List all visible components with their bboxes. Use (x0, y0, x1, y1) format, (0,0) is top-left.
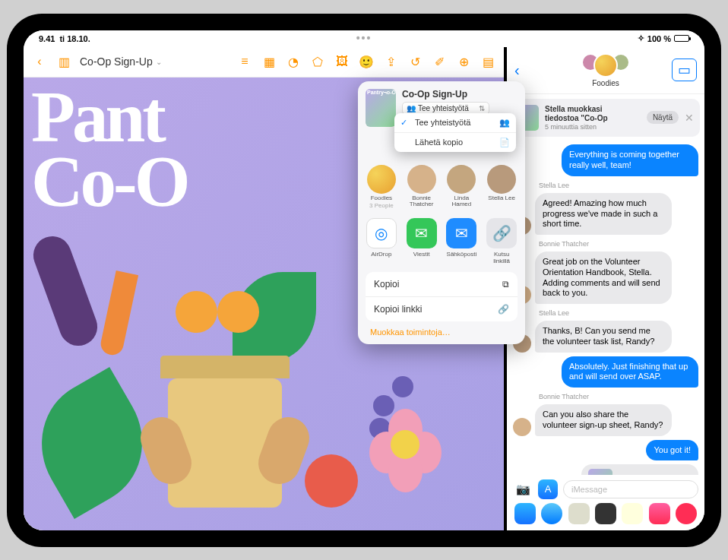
collab-banner[interactable]: Stella muokkasi tiedostoa "Co-Op 5 minuu… (511, 99, 700, 138)
pages-toolbar: ‹ ▥ Co-Op Sign-Up ⌄ ≡ ▦ ◔ ⬠ 🖼 🙂 ⇪ ↺ ✐ ⊕ (24, 47, 504, 78)
more-icon[interactable]: ⊕ (455, 53, 472, 70)
shape-icon[interactable]: ⬠ (309, 53, 326, 70)
messages-app: ‹ Foodies ▭ Stella muokkasi (507, 47, 704, 530)
group-avatar-stack (584, 53, 627, 78)
app-messages[interactable]: ✉ Viestit (406, 218, 438, 264)
avatar (487, 165, 516, 194)
battery-percent: 100 % (647, 34, 671, 43)
undo-history-icon[interactable]: ↺ (407, 53, 423, 70)
share-actions: Kopioi ⧉ Kopioi linkki 🔗 (366, 272, 518, 321)
message-row: Can you also share the volunteer sign-up… (513, 404, 698, 436)
ipad-frame: 9.41 ti 18.10. ••• ✧ 100 % ‹ ▥ Co-Op Sig… (7, 14, 721, 547)
imessage-app-strip (513, 503, 698, 524)
facetime-icon[interactable]: ▭ (672, 59, 697, 81)
edit-actions-link[interactable]: Muokkaa toimintoja… (366, 327, 518, 337)
status-date: ti 18.10. (59, 34, 90, 43)
app-invite-link[interactable]: 🔗 Kutsu linkillä (486, 218, 518, 264)
back-button[interactable]: ‹ (514, 62, 520, 79)
document-title[interactable]: Co-Op Sign-Up ⌄ (80, 55, 162, 68)
illustration-tomato (305, 454, 358, 508)
message-bubble[interactable]: Can you also share the volunteer sign-up… (535, 404, 672, 436)
strip-app-store-icon[interactable] (514, 503, 536, 524)
banner-text: Stella muokkasi tiedostoa "Co-Op 5 minuu… (545, 105, 641, 131)
message-input[interactable]: iMessage (563, 480, 698, 498)
action-label: Kopioi linkki (374, 304, 422, 315)
message-row: You got it! (513, 440, 698, 461)
contact-stella[interactable]: Stella Lee (486, 165, 518, 210)
avatar (447, 165, 476, 194)
collab-avatar-icon[interactable]: 🙂 (358, 53, 375, 70)
back-icon[interactable]: ‹ (31, 53, 48, 70)
chevron-updown-icon: ⇅ (479, 104, 485, 112)
banner-timestamp: 5 minuuttia sitten (545, 123, 641, 131)
message-row: Absolutely. Just finishing that up and w… (513, 356, 698, 388)
sidebar-icon[interactable]: ▥ (55, 53, 72, 70)
message-bubble-me[interactable]: You got it! (646, 440, 698, 461)
inspector-icon[interactable]: ▤ (480, 53, 496, 70)
strip-photos-icon[interactable] (568, 503, 590, 524)
sender-label: Bonnie Thatcher (539, 240, 698, 248)
illustration-flower (366, 409, 449, 500)
mail-icon: ✉ (446, 218, 476, 248)
banner-show-button[interactable]: Näytä (647, 111, 679, 124)
message-bubble[interactable]: Great job on the Volunteer Orientation H… (535, 252, 672, 304)
check-icon: ✓ (400, 118, 411, 128)
strip-stickers-icon[interactable] (622, 503, 643, 524)
illustration-bag (160, 356, 290, 378)
split-view: ‹ ▥ Co-Op Sign-Up ⌄ ≡ ▦ ◔ ⬠ 🖼 🙂 ⇪ ↺ ✐ ⊕ (24, 47, 704, 530)
contact-foodies[interactable]: Foodies 3 People (366, 165, 397, 210)
message-attachment[interactable]: Co-Op Sign-Up Pages-dokumentti › (581, 464, 698, 474)
document-icon: 📄 (499, 138, 510, 147)
message-bubble-me[interactable]: Everything is coming together really wel… (562, 144, 698, 176)
strip-digital-touch-icon[interactable] (676, 503, 697, 524)
illustration-eggplant (28, 230, 103, 350)
message-bubble-me[interactable]: Absolutely. Just finishing that up and w… (562, 356, 698, 388)
outline-icon[interactable]: ≡ (236, 53, 253, 70)
avatar (593, 53, 618, 78)
app-airdrop[interactable]: ◎ AirDrop (366, 218, 397, 264)
message-row: Thanks, B! Can you send me the volunteer… (513, 321, 698, 353)
contact-name: Linda Hamed (446, 195, 478, 208)
avatar (367, 165, 396, 194)
multitask-dots-icon[interactable]: ••• (356, 32, 372, 44)
app-store-icon[interactable]: A (538, 479, 558, 499)
strip-audio-icon[interactable] (541, 503, 562, 524)
dropdown-option-send-copy[interactable]: Lähetä kopio 📄 (394, 133, 516, 152)
media-icon[interactable]: 🖼 (334, 53, 350, 70)
message-thread[interactable]: Everything is coming together really wel… (507, 141, 704, 474)
action-copy-link[interactable]: Kopioi linkki 🔗 (366, 297, 518, 321)
avatar (581, 53, 600, 71)
strip-music-icon[interactable] (649, 503, 670, 524)
people-add-icon: 👥 (499, 118, 510, 128)
strip-memoji-icon[interactable] (595, 503, 616, 524)
contact-name: Stella Lee (488, 195, 515, 201)
sender-label: Stella Lee (539, 309, 698, 317)
brush-format-icon[interactable]: ✐ (431, 53, 448, 70)
messages-icon: ✉ (407, 218, 437, 248)
share-mode-dropdown: ✓ Tee yhteistyötä 👥 Lähetä kopio 📄 (394, 113, 516, 152)
chart-icon[interactable]: ◔ (285, 53, 302, 70)
app-label: Viestit (413, 251, 430, 258)
table-icon[interactable]: ▦ (261, 53, 277, 70)
close-icon[interactable]: ✕ (685, 112, 694, 124)
app-mail[interactable]: ✉ Sähköposti (446, 218, 478, 264)
app-label: Kutsu linkillä (486, 251, 518, 264)
share-mode-select[interactable]: 👥 Tee yhteistyötä ⇅ (402, 102, 489, 115)
message-bubble[interactable]: Agreed! Amazing how much progress we've … (535, 193, 672, 235)
people-icon: 👥 (407, 104, 416, 112)
link-icon: 🔗 (498, 304, 509, 315)
message-bubble[interactable]: Thanks, B! Can you send me the volunteer… (535, 321, 672, 353)
action-label: Kopioi (374, 279, 399, 289)
avatar[interactable] (513, 418, 531, 436)
dropdown-option-collaborate[interactable]: ✓ Tee yhteistyötä 👥 (394, 113, 516, 133)
share-apps-row: ◎ AirDrop ✉ Viestit ✉ Sähköposti 🔗 (366, 218, 518, 264)
share-icon[interactable]: ⇪ (382, 53, 399, 70)
chevron-down-icon: ⌄ (156, 58, 162, 66)
contact-linda[interactable]: Linda Hamed (446, 165, 478, 210)
share-doc-thumbnail (366, 89, 396, 127)
doc-title-text: Co-Op Sign-Up (80, 55, 153, 68)
action-copy[interactable]: Kopioi ⧉ (366, 272, 518, 297)
camera-icon[interactable]: 📷 (513, 479, 533, 499)
contact-bonnie[interactable]: Bonnie Thatcher (406, 165, 438, 210)
status-time: 9.41 (39, 34, 55, 43)
